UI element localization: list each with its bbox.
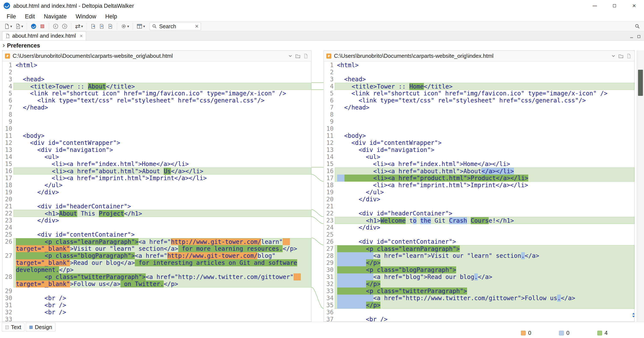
line-number: 13 — [2, 146, 14, 154]
menu-item-edit[interactable]: Edit — [20, 12, 40, 22]
global-search-icon[interactable] — [634, 24, 640, 29]
code-row: 15 <li><a href="index.html">Home</a></li… — [2, 160, 311, 168]
code-row: 13 <div id="navigation"> — [324, 146, 634, 154]
line-number: 4 — [324, 83, 335, 90]
close-button[interactable]: × — [624, 0, 644, 12]
scrollbar-thumb[interactable] — [638, 70, 643, 96]
expand-lines-icon[interactable] — [631, 312, 636, 318]
diff-count-insertions: 0 — [559, 330, 569, 336]
search-box[interactable]: × — [150, 22, 201, 30]
line-number: 8 — [2, 111, 14, 118]
line-number: 30 — [2, 294, 14, 302]
line-number: 25 — [324, 231, 335, 238]
line-number: 11 — [324, 132, 335, 139]
compare-button[interactable] — [29, 22, 38, 30]
menu-item-file[interactable]: File — [2, 12, 20, 22]
line-number — [2, 245, 14, 252]
code-row: target="_blank">Follow us</a> on Twitter… — [2, 280, 311, 288]
line-number: 10 — [324, 125, 335, 132]
code-row: 10 — [2, 125, 311, 132]
search-input[interactable] — [159, 23, 189, 30]
clear-search-icon[interactable]: × — [195, 23, 198, 30]
code-row: 17 <li><a href="product.html">Product</a… — [324, 174, 634, 182]
folder-browse-icon[interactable] — [295, 53, 300, 59]
code-row: 22 <div id="headerContainer"> — [324, 210, 634, 217]
save-icon[interactable] — [626, 54, 632, 58]
code-editor-right[interactable]: 1<html>23 <head>4 <title>Tower :: Home</… — [324, 62, 634, 322]
code-row: 12 <div id="contentWrapper"> — [2, 139, 311, 146]
copy-to-left-button[interactable] — [106, 22, 115, 30]
code-row: 17 <li><a href="imprint.html">Imprint</a… — [2, 174, 311, 182]
settings-button[interactable]: ▾ — [119, 22, 131, 30]
line-number: 3 — [2, 76, 14, 83]
copy-to-right-button[interactable] — [89, 22, 98, 30]
chevron-down-icon[interactable] — [288, 54, 292, 58]
comparison-tab[interactable]: about.html and index.html × — [2, 31, 86, 40]
code-row: 20 — [2, 196, 311, 203]
code-row: 11 <body> — [2, 132, 311, 139]
line-number — [2, 280, 14, 288]
code-row: 26 <div id="contentContainer"> — [324, 238, 634, 245]
tab-design-view[interactable]: Design — [26, 323, 56, 332]
file-type-icon — [4, 53, 10, 59]
next-change-button[interactable] — [60, 22, 69, 30]
maximize-button[interactable] — [605, 0, 624, 12]
code-row: 16 <li><a href="about.html">About</a></l… — [324, 168, 634, 174]
save-icon[interactable] — [303, 54, 308, 58]
code-row: 7 </head> — [2, 104, 311, 111]
line-number: 22 — [324, 210, 335, 217]
new-comparison-button[interactable]: ▾ — [2, 22, 14, 30]
tab-text-view[interactable]: Text — [2, 323, 24, 332]
stop-button[interactable] — [38, 22, 47, 30]
line-number: 23 — [2, 217, 14, 224]
line-number: 17 — [2, 174, 14, 182]
line-number: 3 — [324, 76, 335, 83]
previous-change-button[interactable] — [51, 22, 60, 30]
swap-sides-button[interactable]: ⇄ ▾ — [74, 22, 84, 30]
bottom-bar: Text Design 004 — [0, 322, 644, 338]
line-number: 12 — [2, 139, 14, 146]
menu-item-navigate[interactable]: Navigate — [39, 12, 71, 22]
maximize-view-icon[interactable] — [637, 34, 641, 39]
code-row: 6 <link type="text/css" rel="stylesheet"… — [2, 97, 311, 104]
minimize-button[interactable]: ─ — [585, 0, 605, 12]
diff-count-changes: 4 — [597, 330, 608, 336]
copy-all-button[interactable] — [98, 22, 106, 30]
line-number: 27 — [2, 252, 14, 259]
minimize-view-icon[interactable] — [630, 34, 634, 39]
tab-label: about.html and index.html — [12, 32, 76, 39]
preferences-section[interactable]: › Preferences — [0, 41, 644, 50]
file-header-left: C:\Users\brunobrito\Documents\carparts-w… — [2, 51, 311, 62]
code-row: 22 <h1>About This Project</h1> — [2, 210, 311, 217]
text-view-icon — [5, 325, 9, 330]
line-number: 16 — [324, 168, 335, 174]
layout-button[interactable]: ▾ — [135, 22, 146, 30]
code-row: 4 <title>Tower :: Home</title> — [324, 83, 634, 90]
file-path: C:\Users\brunobrito\Documents\carparts-w… — [12, 53, 286, 59]
line-number: 20 — [324, 196, 335, 203]
window-title: about.html and index.html - Deltopia Del… — [13, 2, 134, 9]
app-logo-icon — [3, 2, 11, 10]
line-number: 14 — [324, 154, 335, 160]
code-row: 19 </ul> — [324, 189, 634, 196]
code-row: 5 <link rel="shortcut icon" href="img/fa… — [2, 90, 311, 97]
folder-browse-icon[interactable] — [618, 53, 624, 59]
line-number: 24 — [2, 224, 14, 231]
diff-connector-gutter — [312, 62, 324, 322]
line-number: 37 — [324, 316, 335, 322]
line-number: 32 — [324, 280, 335, 288]
code-editor-left[interactable]: 1<html>23 <head>4 <title>Tower :: About<… — [2, 62, 311, 322]
code-row: 3 <head> — [2, 76, 311, 83]
menu-item-help[interactable]: Help — [101, 12, 122, 22]
close-tab-icon[interactable]: × — [80, 33, 83, 39]
code-row: development.</p> — [2, 266, 311, 274]
line-number: 21 — [2, 203, 14, 210]
line-number: 15 — [324, 160, 335, 168]
line-number: 18 — [324, 182, 335, 189]
vertical-scrollbar[interactable] — [637, 50, 644, 322]
line-number: 11 — [2, 132, 14, 139]
toolbar: ▾ ▾ ⇄ ▾ ▾ ▾ × — [0, 22, 644, 31]
open-comparison-button[interactable]: ▾ — [14, 22, 25, 30]
chevron-down-icon[interactable] — [611, 54, 616, 58]
menu-item-window[interactable]: Window — [71, 12, 101, 22]
